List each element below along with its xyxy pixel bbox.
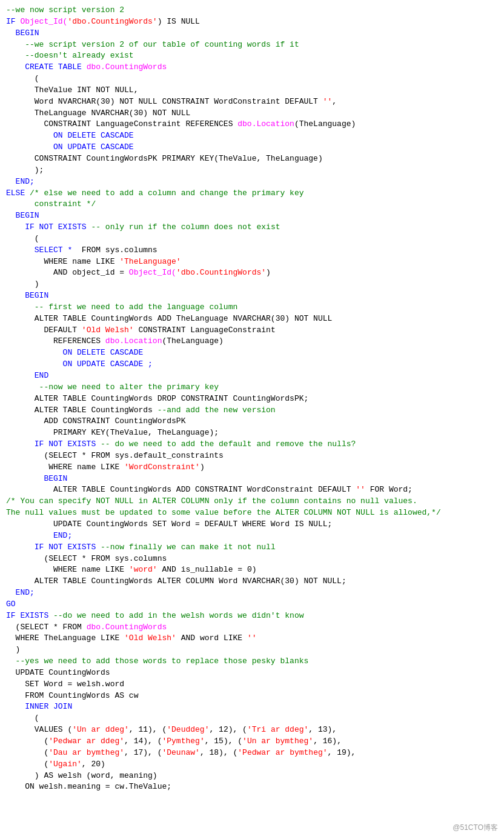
code-line: BEGIN xyxy=(6,290,498,302)
code-token: CONSTRAINT CountingWordsPK PRIMARY KEY(T… xyxy=(6,154,323,163)
code-token: /* You can specify NOT NULL in ALTER COL… xyxy=(6,496,417,506)
code-line: GO xyxy=(6,599,498,610)
code-line: INNER JOIN xyxy=(6,701,498,713)
code-token: 'Ugain' xyxy=(48,760,82,769)
code-token: WHERE TheLanguage LIKE xyxy=(6,633,124,643)
code-token: 'TheLanguage' xyxy=(119,257,181,266)
code-token: , 14), ( xyxy=(124,737,162,746)
code-token: ( xyxy=(6,234,39,243)
code-token: SET Word = welsh.word xyxy=(6,680,124,689)
code-line: WHERE name LIKE 'WordConstraint') xyxy=(6,462,498,473)
code-token: ) xyxy=(6,279,39,289)
code-token: FOR Word; xyxy=(365,485,413,494)
code-token: WHERE name LIKE xyxy=(6,463,124,472)
code-token: ) xyxy=(200,463,205,472)
code-token: dbo.Location xyxy=(237,119,294,129)
code-token: END; xyxy=(6,177,35,186)
code-line: (SELECT * FROM sys.columns xyxy=(6,553,498,565)
code-line: ( xyxy=(6,73,498,85)
code-token: , xyxy=(332,97,337,106)
code-line: ) xyxy=(6,644,498,656)
code-line: END; xyxy=(6,530,498,542)
code-line: SET Word = welsh.word xyxy=(6,679,498,690)
code-line: ('Pedwar ar ddeg', 14), ('Pymtheg', 15),… xyxy=(6,736,498,747)
code-token: 'Dau ar bymtheg' xyxy=(48,748,124,757)
code-token: 'Old Welsh' xyxy=(124,633,176,643)
watermark: @51CTO博客 xyxy=(453,823,498,833)
code-token: dbo.Location xyxy=(105,336,162,346)
code-line: UPDATE CountingWords SET Word = DEFAULT … xyxy=(6,519,498,530)
code-line: FROM CountingWords AS cw xyxy=(6,690,498,702)
code-token: (SELECT * FROM sys.columns xyxy=(6,554,167,563)
code-token: ON UPDATE CASCADE ; xyxy=(6,359,153,369)
code-line: ALTER TABLE CountingWords ALTER COLUMN W… xyxy=(6,576,498,587)
code-token: WHERE name LIKE xyxy=(6,565,129,574)
code-token: REFERENCES xyxy=(6,336,105,346)
code-token: CONSTRAINT LanguageConstraint REFERENCES xyxy=(6,119,237,129)
code-line: IF EXISTS --do we need to add in the wel… xyxy=(6,610,498,622)
code-token: --and add the new version xyxy=(158,406,276,415)
code-line: ON DELETE CASCADE xyxy=(6,347,498,359)
code-token: ) xyxy=(266,268,271,277)
code-line: BEGIN xyxy=(6,473,498,485)
code-line: ON welsh.meaning = cw.TheValue; xyxy=(6,781,498,793)
code-token: , 20) xyxy=(82,760,105,769)
code-line: END xyxy=(6,370,498,382)
code-line: ( xyxy=(6,233,498,245)
code-token: ) IS NULL xyxy=(158,17,200,26)
code-line: ON UPDATE CASCADE ; xyxy=(6,359,498,370)
code-token: AND word LIKE xyxy=(176,633,247,643)
code-line: ( xyxy=(6,713,498,724)
code-line: WHERE TheLanguage LIKE 'Old Welsh' AND w… xyxy=(6,633,498,644)
code-line: TheLanguage NVARCHAR(30) NOT NULL xyxy=(6,108,498,119)
code-token: 'Deuddeg' xyxy=(167,725,209,734)
code-line: ); xyxy=(6,165,498,176)
code-line: TheValue INT NOT NULL, xyxy=(6,85,498,96)
code-token: IF xyxy=(6,17,20,26)
code-line: VALUES ('Un ar ddeg', 11), ('Deuddeg', 1… xyxy=(6,724,498,736)
code-token: ON UPDATE CASCADE xyxy=(6,142,134,152)
code-line: --doesn't already exist xyxy=(6,50,498,62)
code-line: ('Ugain', 20) xyxy=(6,759,498,770)
code-token: , 18), ( xyxy=(200,748,237,757)
code-token: --do we need to add in the welsh words w… xyxy=(53,611,303,620)
code-line: Word NVARCHAR(30) NOT NULL CONSTRAINT Wo… xyxy=(6,96,498,108)
code-token: ALTER TABLE CountingWords DROP CONSTRAIN… xyxy=(6,394,308,403)
code-token: -- only run if the column does not exist xyxy=(91,222,280,232)
code-token: IF NOT EXISTS xyxy=(6,222,91,232)
code-token: CREATE TABLE xyxy=(6,62,87,72)
code-token: --we script version 2 of our table of co… xyxy=(6,40,299,49)
code-token: 'Old Welsh' xyxy=(82,326,134,335)
code-line: ) AS welsh (word, meaning) xyxy=(6,770,498,782)
code-token: (TheLanguage) xyxy=(294,119,356,129)
code-token: --doesn't already exist xyxy=(6,51,134,60)
code-token: END; xyxy=(6,531,72,540)
code-token: ) xyxy=(6,645,20,654)
code-line: ON DELETE CASCADE xyxy=(6,130,498,142)
code-line: ALTER TABLE CountingWords --and add the … xyxy=(6,405,498,416)
code-token: --we now script version 2 xyxy=(6,5,124,15)
code-line: CONSTRAINT LanguageConstraint REFERENCES… xyxy=(6,119,498,130)
code-token: , 16), xyxy=(313,737,342,746)
code-token: ELSE xyxy=(6,189,30,198)
code-line: constraint */ xyxy=(6,199,498,210)
code-line: IF NOT EXISTS -- only run if the column … xyxy=(6,222,498,233)
code-line: --we now script version 2 xyxy=(6,5,498,16)
code-token: Word NVARCHAR(30) NOT NULL CONSTRAINT Wo… xyxy=(6,97,323,106)
code-token: AND is_nullable = 0) xyxy=(158,565,257,574)
code-line: ELSE /* else we need to add a column and… xyxy=(6,188,498,199)
code-token: dbo.CountingWords xyxy=(87,623,167,632)
code-token: ALTER TABLE CountingWords ADD TheLanguag… xyxy=(6,314,332,323)
code-token: , 13), xyxy=(308,725,337,734)
code-token: ALTER TABLE CountingWords ADD CONSTRAINT… xyxy=(6,485,356,494)
code-token: /* else we need to add a column and chan… xyxy=(30,189,303,198)
code-token: UPDATE CountingWords SET Word = DEFAULT … xyxy=(6,520,332,529)
code-token: --now finally we can make it not null xyxy=(101,543,276,552)
code-line: SELECT * FROM sys.columns xyxy=(6,245,498,256)
code-token: DEFAULT xyxy=(6,326,82,335)
code-token: , 17), ( xyxy=(124,748,162,757)
code-token: '' xyxy=(356,485,365,494)
code-token: 'Pedwar ar bymtheg' xyxy=(237,748,327,757)
code-token: INNER JOIN xyxy=(6,702,72,711)
code-token: 'Pymtheg' xyxy=(162,737,204,746)
